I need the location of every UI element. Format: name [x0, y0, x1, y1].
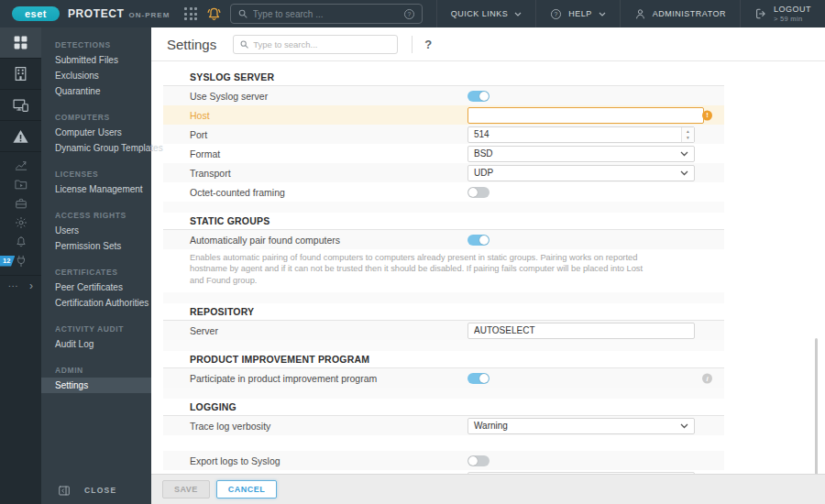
sidebar-item-settings[interactable]: Settings: [41, 378, 151, 393]
octet-counted-framing-toggle[interactable]: [468, 187, 490, 198]
chevron-down-icon: [514, 12, 522, 16]
search-help-icon[interactable]: ?: [403, 8, 415, 20]
topbar-right: ? QUICK LINKS ? HELP ADMINISTRATOR LOGOU…: [206, 0, 825, 27]
search-icon: [237, 8, 248, 19]
topbar: eset PROTECT ON-PREM ? QUICK LINKS ?: [0, 0, 825, 27]
global-search[interactable]: ?: [230, 4, 423, 24]
reports-chart-icon: [15, 159, 28, 171]
administrator-menu[interactable]: ADMINISTRATOR: [620, 0, 740, 27]
form-row-repository-server: Server: [163, 321, 724, 340]
apps-grid-icon[interactable]: [184, 7, 197, 20]
section-gap: [163, 340, 724, 351]
info-icon: i: [702, 373, 712, 383]
field-label: Trace log verbosity: [163, 421, 468, 432]
scrollbar-thumb[interactable]: [815, 338, 818, 475]
port-input[interactable]: [468, 126, 695, 143]
field-label: Format: [163, 148, 468, 159]
field-label: Participate in product improvement progr…: [163, 373, 468, 384]
rail-computers-building-button[interactable]: [0, 59, 41, 90]
sidebar-item-dynamic-group-templates[interactable]: Dynamic Group Templates: [41, 140, 151, 156]
stepper-down-icon[interactable]: ▾: [687, 135, 689, 141]
logout-icon: [754, 7, 767, 20]
participate-in-product-improvement-program-toggle[interactable]: [468, 373, 490, 384]
section-gap: [163, 388, 724, 399]
sidebar-item-license-management[interactable]: License Management: [41, 181, 151, 197]
svg-text:?: ?: [555, 10, 558, 16]
sidebar-item-certification-authorities[interactable]: Certification Authorities: [41, 295, 151, 311]
export-logs-to-syslog-toggle[interactable]: [468, 455, 490, 466]
dashboard-icon: [13, 35, 28, 50]
settings-content: SYSLOG SERVERUse Syslog serverHost!Port▴…: [151, 61, 825, 475]
repository-server-input[interactable]: [468, 323, 695, 339]
form-row-use-syslog-server: Use Syslog server: [163, 86, 724, 105]
sidebar-item-quarantine[interactable]: Quarantine: [41, 83, 151, 99]
rail-tasks-folder-button[interactable]: [0, 174, 41, 193]
form-row-participate-in-product-improvement-program: Participate in product improvement progr…: [163, 368, 724, 388]
sidebar-collapse-button[interactable]: CLOSE: [41, 477, 151, 504]
nav-section-heading: ACCESS RIGHTS: [41, 204, 151, 223]
rail-notifications-bell-button[interactable]: [0, 232, 41, 251]
automatically-pair-found-computers-toggle[interactable]: [468, 235, 490, 246]
rail-policies-gear-button[interactable]: [0, 213, 41, 232]
chevron-right-icon: ›: [29, 280, 33, 291]
rail-devices-button[interactable]: [0, 90, 41, 121]
rail-dashboard-button[interactable]: [0, 27, 41, 59]
number-stepper[interactable]: ▴▾: [681, 127, 694, 142]
toggle-knob: [479, 236, 489, 245]
sidebar-item-peer-certificates[interactable]: Peer Certificates: [41, 279, 151, 295]
section-gap: [163, 202, 724, 213]
sidebar-item-exclusions[interactable]: Exclusions: [41, 68, 151, 83]
rail-reports-chart-button[interactable]: [0, 155, 41, 174]
footer-bar: SAVE CANCEL: [151, 474, 825, 504]
global-search-input[interactable]: [248, 9, 403, 19]
header-divider: [412, 36, 412, 53]
row-spacer: [163, 435, 724, 451]
main-panel: Settings ? SYSLOG SERVERUse Syslog serve…: [151, 27, 825, 504]
sidebar-item-audit-log[interactable]: Audit Log: [41, 336, 151, 352]
section-heading: LOGGING: [163, 399, 724, 416]
save-button[interactable]: SAVE: [162, 480, 210, 499]
help-menu[interactable]: ? HELP: [535, 0, 620, 27]
help-icon[interactable]: ?: [424, 38, 432, 51]
transport-select[interactable]: UDP: [468, 165, 695, 181]
main-header: Settings ?: [151, 27, 825, 61]
trace-log-verbosity-select[interactable]: Warning: [468, 418, 695, 434]
field-label: Export logs to Syslog: [163, 455, 468, 466]
rail-status-overview-plug-button[interactable]: 12: [0, 251, 41, 270]
form-row-format: FormatBSD: [163, 144, 724, 163]
chevron-down-icon: [680, 170, 688, 176]
sidebar-item-permission-sets[interactable]: Permission Sets: [41, 238, 151, 254]
form-row-export-logs-to-syslog: Export logs to Syslog: [163, 451, 724, 470]
sidebar-item-users[interactable]: Users: [41, 223, 151, 238]
quick-links-label: QUICK LINKS: [451, 9, 509, 18]
rail-more-button[interactable]: ...›: [0, 275, 41, 296]
nav-section-heading: COMPUTERS: [41, 106, 151, 125]
help-circle-icon: ?: [550, 8, 562, 20]
form-row-port: Port▴▾: [163, 125, 724, 144]
eset-logo[interactable]: eset: [12, 6, 60, 21]
settings-search[interactable]: [233, 35, 398, 54]
toggle-knob: [468, 456, 478, 466]
chevron-down-icon: [599, 12, 606, 16]
nav-section-heading: LICENSES: [41, 163, 151, 181]
form-row-host: Host!: [163, 105, 724, 125]
host-input[interactable]: [468, 107, 704, 124]
format-select[interactable]: BSD: [468, 146, 695, 162]
use-syslog-server-toggle[interactable]: [468, 91, 490, 102]
notifications-bell-icon[interactable]: [206, 6, 222, 22]
installers-briefcase-icon: [15, 197, 28, 210]
field-label: Octet-counted framing: [163, 187, 468, 198]
status-overview-plug-icon: [15, 255, 28, 268]
field-label: Use Syslog server: [163, 91, 468, 102]
rail-detections-warning-button[interactable]: [0, 121, 41, 152]
sidebar-item-computer-users[interactable]: Computer Users: [41, 125, 151, 140]
cancel-button[interactable]: CANCEL: [216, 480, 278, 499]
logout-menu[interactable]: LOGOUT > 59 min: [740, 0, 825, 27]
stepper-up-icon[interactable]: ▴: [687, 128, 689, 135]
product-name: PROTECT: [68, 7, 125, 20]
sidebar-item-submitted-files[interactable]: Submitted Files: [41, 52, 151, 68]
settings-search-input[interactable]: [249, 38, 391, 50]
rail-installers-briefcase-button[interactable]: [0, 193, 41, 213]
section-heading: REPOSITORY: [163, 303, 724, 321]
quick-links-menu[interactable]: QUICK LINKS: [436, 0, 536, 27]
